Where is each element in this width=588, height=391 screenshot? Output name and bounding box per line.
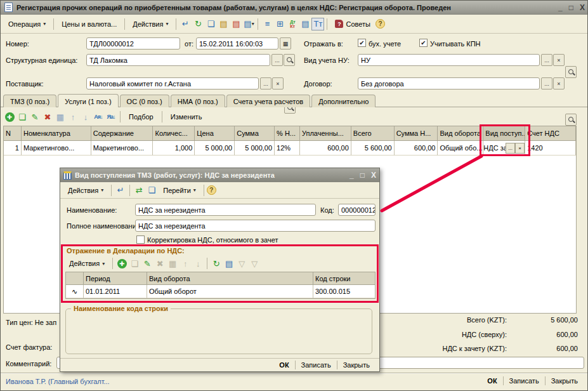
close-button[interactable]: X [580,3,585,12]
col-vat-sum[interactable]: Сумма Н... [395,126,438,141]
decl-list-settings-icon[interactable]: ▤ [223,257,235,270]
minimize-button[interactable]: _ [558,3,563,12]
decl-move-up-icon[interactable]: ↑ [179,257,192,270]
decl-move-down-icon[interactable]: ↓ [192,257,204,270]
col-price[interactable]: Цена [195,126,235,141]
tab-accounts[interactable]: Счета учета расчетов [226,95,310,107]
cell-vat-account[interactable]: 1420 [525,141,576,156]
cell-content[interactable]: Маркетингово... [91,141,154,156]
decl-cell-turnover[interactable]: Общий оборот [147,285,313,298]
cell-vat-sum[interactable]: 600,00 [395,141,438,156]
save-button[interactable]: Записать [504,375,545,387]
receipt-kind-select-icon[interactable]: ... [506,143,515,154]
sort-asc-icon[interactable]: Ая↓ [92,110,105,123]
decl-edit-row-icon[interactable]: ✎ [141,257,154,270]
dialog-close-button[interactable]: X [371,171,376,180]
post-and-close-icon[interactable]: ↵ [179,18,192,30]
kpn-checkbox[interactable]: ✔ [419,39,428,47]
decl-col-period[interactable]: Период [84,272,147,285]
close-form-button[interactable]: Закрыть [546,375,584,387]
dialog-copy-icon[interactable]: ❏ [145,184,158,197]
dialog-menu-goto[interactable]: Перейти ▾ [158,184,201,197]
decl-add-row-icon[interactable]: ✚ [115,257,128,270]
correction-checkbox-label[interactable]: Корректировка НДС, относимого в зачет [147,236,278,244]
contract-clear-icon[interactable]: × [553,77,565,89]
nu-select-icon[interactable]: ... [541,54,552,66]
tab-tmz[interactable]: ТМЗ (0 поз.) [3,95,56,107]
move-down-icon[interactable]: ↓ [79,110,92,123]
col-sum[interactable]: Сумма [235,126,275,141]
decl-finish-edit-icon[interactable]: ▦ [166,257,179,270]
document-menu-icon[interactable]: ▤ ▾ [242,18,255,30]
dt-kt-icon[interactable]: Дт Кт [286,18,299,30]
dialog-help-icon[interactable]: ? [207,185,216,195]
nu-open-icon[interactable] [565,66,577,78]
col-quantity[interactable]: Количес... [153,126,195,141]
add-row-icon[interactable]: ✚ [3,110,16,123]
finish-edit-icon[interactable]: ▦ [54,110,67,123]
name-field[interactable]: НДС за нерезидента [135,204,316,216]
cell-quantity[interactable]: 1,000 [153,141,195,156]
copy-row-icon[interactable]: ❏ [16,110,29,123]
supplier-field[interactable]: Налоговый комитет по г.Астана [86,77,259,89]
col-vat-pct[interactable]: % Н... [275,126,300,141]
dialog-close-form-button[interactable]: Закрыть [337,359,376,371]
decl-cell-period[interactable]: 01.01.2011 [84,285,147,298]
edit-row-icon[interactable]: ✎ [29,110,41,123]
dialog-minimize-button[interactable]: _ [350,171,354,180]
cell-n[interactable]: 1 [4,141,22,156]
contract-select-icon[interactable]: ... [541,77,552,89]
decl-cell-line-code[interactable]: 300.00.015 [313,285,375,298]
decl-delete-row-icon[interactable]: ✖ [154,257,166,270]
col-vat-account[interactable]: Счет НДС [525,126,576,141]
help-icon[interactable]: ? [376,19,385,29]
report-icon[interactable]: ▤ [299,18,311,30]
code-field[interactable]: 000000012 [338,204,376,216]
receipt-kind-editor[interactable]: НДС за [483,144,506,152]
advice-button[interactable]: ? Советы [330,17,375,30]
cell-nomenclature[interactable]: Маркетингово... [22,141,91,156]
decl-col-line-code[interactable]: Код строки [313,272,375,285]
accounting-checkbox[interactable]: ✔ [358,39,366,47]
col-total[interactable]: Всего [351,126,395,141]
dialog-save-button[interactable]: Записать [296,359,337,371]
cell-sum[interactable]: 5 000,00 [235,141,275,156]
menu-actions[interactable]: Действия ▾ [127,18,173,30]
move-up-icon[interactable]: ↑ [67,110,79,123]
tab-services[interactable]: Услуги (1 поз.) [58,94,118,107]
tab-nma[interactable]: НМА (0 поз.) [171,95,225,107]
col-nomenclature[interactable]: Номенклатура [22,126,91,141]
contract-field[interactable]: Без договора [358,77,540,89]
decl-copy-row-icon[interactable]: ❏ [128,257,141,270]
structural-unit-field[interactable]: ТД Лакомка [86,54,270,66]
refresh-icon[interactable]: ↻ [192,18,204,30]
cell-paid[interactable]: 600,00 [300,141,351,156]
decl-col-turnover[interactable]: Вид оборота [147,272,313,285]
struct-open-icon[interactable] [284,54,295,66]
dialog-maximize-button[interactable]: □ [360,171,365,180]
checklist-icon[interactable]: ⊞ [273,18,286,30]
correction-checkbox[interactable] [136,235,145,244]
decl-filter-icon[interactable]: ▽ [235,257,248,270]
tt-totals-icon[interactable]: Тт [311,18,324,30]
pick-button[interactable]: Подбор [123,110,159,123]
dialog-save-close-icon[interactable]: ↵ [114,184,127,197]
unpost-document-icon[interactable]: ▤ [230,18,242,30]
supplier-clear-icon[interactable]: × [272,77,284,89]
col-n[interactable]: N [4,126,22,141]
decl-refresh-icon[interactable]: ↻ [210,257,223,270]
cell-total[interactable]: 5 600,00 [351,141,395,156]
dialog-reread-icon[interactable]: ⇄ [133,184,145,197]
receipt-kind-clear-icon[interactable]: × [515,143,525,154]
structure-icon[interactable]: ≡ [261,18,273,30]
date-field[interactable]: 15.02.2011 16:00:03 [196,37,278,50]
post-document-icon[interactable]: ▤ [217,18,230,30]
cell-price[interactable]: 5 000,00 [195,141,235,156]
change-button[interactable]: Изменить [165,110,208,123]
kpn-checkbox-label[interactable]: Учитывать КПН [430,40,481,48]
sort-desc-icon[interactable]: Яа↓ [105,110,117,123]
delete-row-icon[interactable]: ✖ [41,110,54,123]
nu-kind-field[interactable]: НУ [358,54,540,66]
dialog-ok-button[interactable]: ОК [273,359,294,371]
copy-icon[interactable]: ❏ [204,18,217,30]
